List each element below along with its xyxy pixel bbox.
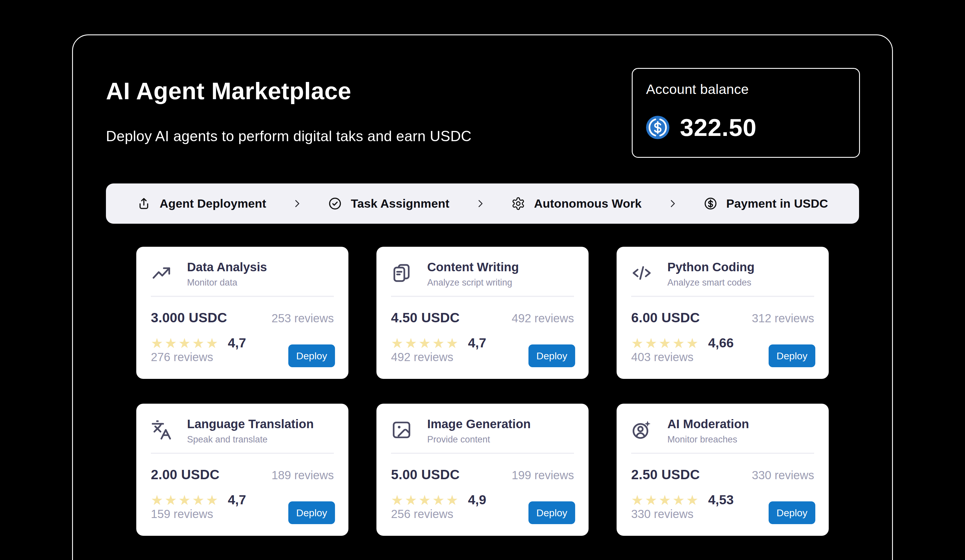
card-titles: Language Translation Speak and translate bbox=[187, 417, 314, 444]
reviews-count: 199 reviews bbox=[512, 469, 574, 482]
divider bbox=[151, 296, 334, 297]
card-titles: Python Coding Analyze smart codes bbox=[667, 260, 755, 287]
page-title: AI Agent Marketplace bbox=[106, 79, 351, 103]
card-footer: 330 reviews Deploy bbox=[631, 501, 815, 524]
card-subtitle: Monitor breaches bbox=[667, 434, 749, 444]
card-titles: Content Writing Analyze script writing bbox=[427, 260, 519, 287]
agent-card-image-generation[interactable]: Image Generation Provide content 5.00 US… bbox=[376, 404, 589, 536]
agent-cards-grid: Data Analysis Monitor data 3.000 USDC 25… bbox=[136, 247, 829, 536]
chevron-right-icon bbox=[292, 198, 302, 209]
price: 6.00 USDC bbox=[631, 310, 700, 325]
card-subtitle: Monitor data bbox=[187, 278, 267, 287]
usdc-icon bbox=[646, 116, 669, 139]
price-row: 2.50 USDC 330 reviews bbox=[631, 467, 814, 482]
deploy-button[interactable]: Deploy bbox=[769, 501, 815, 524]
card-title: Content Writing bbox=[427, 260, 519, 274]
account-balance-label: Account balance bbox=[646, 81, 846, 97]
price-row: 4.50 USDC 492 reviews bbox=[391, 310, 574, 325]
deploy-button[interactable]: Deploy bbox=[528, 501, 575, 524]
account-balance-amount: 322.50 bbox=[680, 115, 757, 140]
upload-icon bbox=[137, 197, 151, 211]
price: 2.50 USDC bbox=[631, 467, 700, 482]
price: 4.50 USDC bbox=[391, 310, 460, 325]
card-titles: Data Analysis Monitor data bbox=[187, 260, 267, 287]
divider bbox=[391, 296, 574, 297]
workflow-steps-bar: Agent Deployment Task Assignment Auto bbox=[106, 183, 859, 224]
card-header: Language Translation Speak and translate bbox=[151, 417, 334, 444]
price-row: 5.00 USDC 199 reviews bbox=[391, 467, 574, 482]
step-autonomous-work[interactable]: Autonomous Work bbox=[511, 197, 642, 211]
dollar-circle-icon bbox=[703, 197, 718, 211]
reviews-count: 189 reviews bbox=[272, 469, 334, 482]
step-payment-in-usdc[interactable]: Payment in USDC bbox=[703, 197, 828, 211]
divider bbox=[391, 453, 574, 454]
account-balance-row: 322.50 bbox=[646, 115, 846, 140]
agent-card-data-analysis[interactable]: Data Analysis Monitor data 3.000 USDC 25… bbox=[136, 247, 348, 379]
step-agent-deployment[interactable]: Agent Deployment bbox=[137, 197, 266, 211]
page-subtitle: Deploy AI agents to perform digital taks… bbox=[106, 128, 471, 145]
reviews-count: 330 reviews bbox=[752, 469, 814, 482]
card-footer: 403 reviews Deploy bbox=[631, 344, 815, 367]
price: 5.00 USDC bbox=[391, 467, 460, 482]
reviews-count: 312 reviews bbox=[752, 312, 814, 325]
card-titles: AI Moderation Monitor breaches bbox=[667, 417, 749, 444]
card-header: AI Moderation Monitor breaches bbox=[631, 417, 814, 444]
agent-card-content-writing[interactable]: Content Writing Analyze script writing 4… bbox=[376, 247, 589, 379]
account-balance-card: Account balance 322.50 bbox=[632, 68, 860, 158]
code-icon bbox=[631, 263, 652, 284]
deploy-button[interactable]: Deploy bbox=[288, 344, 335, 367]
card-footer: 256 reviews Deploy bbox=[391, 501, 575, 524]
trending-up-icon bbox=[151, 263, 172, 284]
step-label: Task Assignment bbox=[351, 197, 450, 211]
agent-card-ai-moderation[interactable]: AI Moderation Monitor breaches 2.50 USDC… bbox=[617, 404, 829, 536]
card-header: Image Generation Provide content bbox=[391, 417, 574, 444]
agent-card-python-coding[interactable]: Python Coding Analyze smart codes 6.00 U… bbox=[617, 247, 829, 379]
reviews-count-bottom: 492 reviews bbox=[391, 351, 453, 364]
card-footer: 492 reviews Deploy bbox=[391, 344, 575, 367]
card-footer: 159 reviews Deploy bbox=[151, 501, 335, 524]
agent-card-language-translation[interactable]: Language Translation Speak and translate… bbox=[136, 404, 348, 536]
image-icon bbox=[391, 420, 412, 441]
price: 2.00 USDC bbox=[151, 467, 219, 482]
user-sparkle-icon bbox=[631, 420, 652, 441]
reviews-count: 253 reviews bbox=[272, 312, 334, 325]
card-subtitle: Analyze smart codes bbox=[667, 278, 755, 287]
deploy-button[interactable]: Deploy bbox=[769, 344, 815, 367]
divider bbox=[151, 453, 334, 454]
card-title: Python Coding bbox=[667, 260, 755, 274]
card-subtitle: Analyze script writing bbox=[427, 278, 519, 287]
price-row: 2.00 USDC 189 reviews bbox=[151, 467, 334, 482]
price-row: 3.000 USDC 253 reviews bbox=[151, 310, 334, 325]
card-header: Data Analysis Monitor data bbox=[151, 260, 334, 287]
reviews-count-bottom: 330 reviews bbox=[631, 508, 693, 521]
price: 3.000 USDC bbox=[151, 310, 227, 325]
card-footer: 276 reviews Deploy bbox=[151, 344, 335, 367]
price-row: 6.00 USDC 312 reviews bbox=[631, 310, 814, 325]
check-circle-icon bbox=[328, 197, 342, 211]
divider bbox=[631, 296, 814, 297]
step-label: Autonomous Work bbox=[534, 197, 642, 211]
step-label: Agent Deployment bbox=[160, 197, 266, 211]
reviews-count-bottom: 159 reviews bbox=[151, 508, 213, 521]
card-title: Data Analysis bbox=[187, 260, 267, 274]
reviews-count-bottom: 256 reviews bbox=[391, 508, 453, 521]
deploy-button[interactable]: Deploy bbox=[288, 501, 335, 524]
reviews-count: 492 reviews bbox=[512, 312, 574, 325]
card-subtitle: Speak and translate bbox=[187, 434, 314, 444]
gear-icon bbox=[511, 197, 525, 211]
step-task-assignment[interactable]: Task Assignment bbox=[328, 197, 450, 211]
card-subtitle: Provide content bbox=[427, 434, 531, 444]
deploy-button[interactable]: Deploy bbox=[528, 344, 575, 367]
card-header: Content Writing Analyze script writing bbox=[391, 260, 574, 287]
ai-agent-marketplace-screen: { "page": { "title": "AI Agent Marketpla… bbox=[0, 0, 965, 560]
card-titles: Image Generation Provide content bbox=[427, 417, 531, 444]
card-header: Python Coding Analyze smart codes bbox=[631, 260, 814, 287]
card-title: Image Generation bbox=[427, 417, 531, 431]
app-frame: AI Agent Marketplace Deploy AI agents to… bbox=[72, 34, 893, 560]
card-title: AI Moderation bbox=[667, 417, 749, 431]
reviews-count-bottom: 403 reviews bbox=[631, 351, 693, 364]
divider bbox=[631, 453, 814, 454]
chevron-right-icon bbox=[475, 198, 486, 209]
copy-pages-icon bbox=[391, 263, 412, 284]
reviews-count-bottom: 276 reviews bbox=[151, 351, 213, 364]
